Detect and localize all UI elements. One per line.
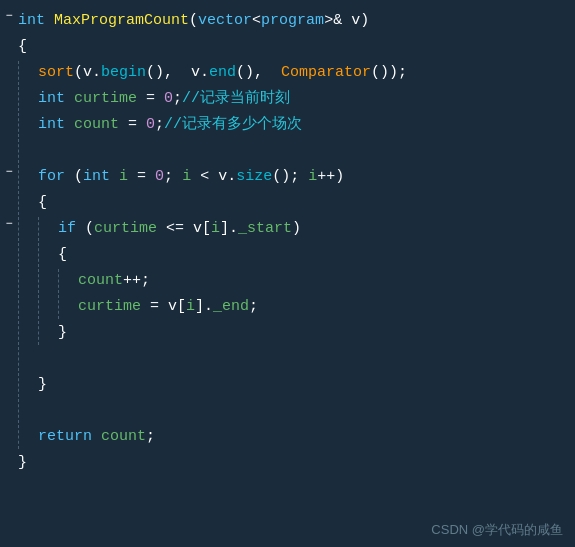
code-token: = v[: [141, 295, 186, 319]
code-token: < v.: [191, 165, 236, 189]
indent-guide: [18, 347, 19, 371]
code-token: {: [58, 243, 67, 267]
code-token: (: [65, 165, 83, 189]
code-line: {: [0, 34, 575, 60]
code-token: MaxProgramCount: [54, 9, 189, 33]
code-token: [92, 425, 101, 449]
indent-guide: [38, 295, 39, 319]
code-token: curtime: [74, 87, 137, 111]
code-token: sort: [38, 61, 74, 85]
code-token: for: [38, 165, 65, 189]
code-token: vector: [198, 9, 252, 33]
code-token: int: [83, 165, 110, 189]
indent-guide: [18, 243, 19, 267]
code-line: curtime = v[i]._end;: [0, 294, 575, 320]
indent-guide: [18, 191, 19, 215]
code-token: int: [38, 87, 65, 111]
indent-guide: [38, 243, 39, 267]
code-token: ();: [272, 165, 308, 189]
code-token: =: [119, 113, 146, 137]
code-token: >& v): [324, 9, 369, 33]
code-token: return: [38, 425, 92, 449]
code-token: }: [58, 321, 67, 345]
indent-guide: [18, 373, 19, 397]
line-content: {: [18, 35, 27, 59]
code-line: [0, 138, 575, 164]
line-content: [18, 347, 38, 371]
code-token: ;: [146, 425, 155, 449]
collapse-icon[interactable]: −: [5, 9, 12, 23]
line-content: for (int i = 0; i < v.size(); i++): [18, 165, 344, 189]
indent-guide: [18, 139, 19, 163]
line-content: }: [18, 373, 47, 397]
code-token: count: [101, 425, 146, 449]
code-token: curtime: [94, 217, 157, 241]
code-token: 0: [146, 113, 155, 137]
code-token: }: [18, 451, 27, 475]
indent-guide: [18, 165, 19, 189]
line-content: int curtime = 0;//记录当前时刻: [18, 87, 290, 111]
code-token: int: [18, 9, 45, 33]
code-line: [0, 346, 575, 372]
indent-guide: [38, 269, 39, 293]
code-line: }: [0, 450, 575, 476]
watermark: CSDN @学代码的咸鱼: [431, 521, 563, 539]
indent-guide: [58, 269, 59, 293]
code-token: [65, 113, 74, 137]
code-token: (v.: [74, 61, 101, 85]
code-token: i: [182, 165, 191, 189]
code-line: int curtime = 0;//记录当前时刻: [0, 86, 575, 112]
line-content: {: [18, 191, 47, 215]
code-token: i: [308, 165, 317, 189]
indent-guide: [38, 217, 39, 241]
line-content: int count = 0;//记录有多少个场次: [18, 113, 302, 137]
code-line: sort(v.begin(), v.end(), Comparator());: [0, 60, 575, 86]
code-token: =: [128, 165, 155, 189]
code-token: (), v.: [146, 61, 209, 85]
collapse-icon[interactable]: −: [5, 165, 12, 179]
code-line: − for (int i = 0; i < v.size(); i++): [0, 164, 575, 190]
line-content: return count;: [18, 425, 155, 449]
line-content: [18, 139, 38, 163]
code-line: − if (curtime <= v[i]._start): [0, 216, 575, 242]
code-token: {: [38, 191, 47, 215]
gutter: −: [0, 165, 18, 179]
code-token: 0: [164, 87, 173, 111]
code-line: }: [0, 372, 575, 398]
code-token: ;: [164, 165, 182, 189]
code-token: ].: [220, 217, 238, 241]
code-line: {: [0, 242, 575, 268]
collapse-icon[interactable]: −: [5, 217, 12, 231]
code-token: //记录当前时刻: [182, 87, 290, 111]
code-token: _end: [213, 295, 249, 319]
line-content: [18, 399, 38, 423]
code-token: curtime: [78, 295, 141, 319]
code-token: begin: [101, 61, 146, 85]
indent-guide: [18, 87, 19, 111]
code-token: (),: [236, 61, 281, 85]
code-token: if: [58, 217, 76, 241]
indent-guide: [18, 321, 19, 345]
code-token: ;: [173, 87, 182, 111]
line-content: }: [18, 451, 27, 475]
line-content: sort(v.begin(), v.end(), Comparator());: [18, 61, 407, 85]
code-line: }: [0, 320, 575, 346]
indent-guide: [18, 295, 19, 319]
code-token: {: [18, 35, 27, 59]
code-token: i: [211, 217, 220, 241]
code-line: count++;: [0, 268, 575, 294]
code-line: return count;: [0, 424, 575, 450]
indent-guide: [18, 217, 19, 241]
code-token: ());: [371, 61, 407, 85]
code-token: count: [78, 269, 123, 293]
line-content: count++;: [18, 269, 150, 293]
code-token: int: [38, 113, 65, 137]
gutter: −: [0, 9, 18, 23]
code-token: program: [261, 9, 324, 33]
code-token: [110, 165, 119, 189]
code-token: (: [76, 217, 94, 241]
indent-guide: [18, 425, 19, 449]
code-token: ;: [155, 113, 164, 137]
code-token: count: [74, 113, 119, 137]
indent-guide: [58, 295, 59, 319]
